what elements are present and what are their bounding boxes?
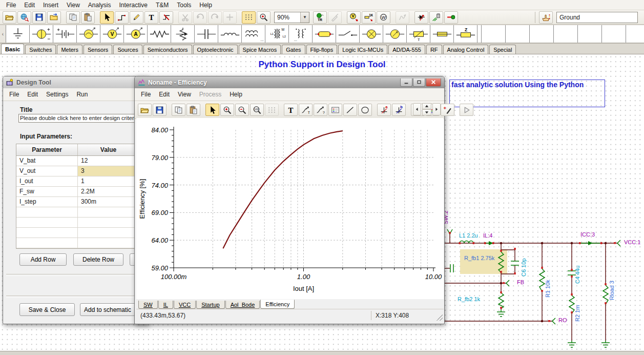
param-cell[interactable] — [16, 228, 78, 238]
param-cell[interactable] — [16, 218, 78, 227]
text-tool[interactable] — [144, 11, 158, 24]
component-tab[interactable]: Sources — [113, 45, 142, 54]
plot-grid[interactable] — [265, 104, 279, 116]
plot-titlebar[interactable]: Noname - Efficiency — [135, 76, 444, 88]
value-cell[interactable]: 2.2M — [78, 187, 139, 196]
transformer2-component[interactable] — [289, 25, 313, 43]
inductor-component[interactable] — [218, 25, 242, 43]
menu-item[interactable]: Insert — [39, 1, 63, 10]
chevron-down-icon[interactable]: ▼ — [300, 12, 309, 23]
menu-item[interactable]: Edit — [155, 89, 174, 100]
param-cell[interactable] — [16, 238, 78, 248]
column-header-parameter[interactable]: Parameter — [16, 144, 78, 155]
plot-save[interactable] — [153, 104, 167, 116]
plot-copy[interactable] — [172, 104, 185, 116]
value-cell[interactable]: 3 — [78, 166, 139, 176]
label-il4[interactable]: IL:4 — [483, 232, 492, 239]
resize-grip[interactable] — [437, 314, 443, 321]
dc-voltmeter[interactable] — [347, 11, 361, 24]
ground-combo[interactable]: Ground — [556, 12, 638, 23]
schematic-circuit[interactable] — [438, 198, 644, 355]
value-cell[interactable]: 12 — [78, 156, 139, 166]
plot-paste[interactable] — [186, 104, 200, 116]
undo[interactable] — [193, 11, 207, 24]
search-web[interactable] — [17, 11, 31, 24]
curve-annotate[interactable] — [299, 104, 313, 116]
axis-a[interactable] — [377, 104, 391, 116]
diode-component[interactable] — [313, 25, 336, 43]
wattmeter[interactable] — [377, 11, 390, 24]
potentiometer-component[interactable] — [171, 25, 195, 43]
menu-item[interactable]: File — [5, 89, 23, 100]
plot-tab[interactable]: IL — [158, 301, 173, 309]
value-cell[interactable]: 1 — [78, 176, 139, 186]
relay-component[interactable] — [407, 25, 430, 43]
impedance-component[interactable] — [454, 25, 477, 43]
menu-item[interactable]: Run — [72, 89, 92, 100]
component-tab[interactable]: RF — [426, 45, 442, 54]
value-cell[interactable] — [78, 238, 139, 248]
plot-cursor[interactable] — [205, 104, 219, 116]
pencil-tool[interactable] — [130, 11, 143, 24]
value-cell[interactable]: 300m — [78, 197, 139, 207]
switch-component[interactable] — [336, 25, 360, 43]
snap-tool[interactable] — [223, 11, 237, 24]
canvas-note-box[interactable]: fast analytic solution Using the Python — [449, 80, 605, 107]
plot-open[interactable] — [138, 104, 152, 116]
paste[interactable] — [81, 11, 95, 24]
value-cell[interactable] — [78, 228, 139, 238]
zoom-tool[interactable] — [257, 11, 271, 24]
close-button[interactable] — [426, 78, 441, 87]
design-title-input[interactable]: Please double click here to enter design… — [18, 114, 138, 123]
horizontal-scrollbar[interactable] — [0, 351, 644, 355]
value-cell[interactable] — [78, 207, 139, 217]
plot-play[interactable] — [460, 104, 473, 116]
lamp-component[interactable] — [360, 25, 383, 43]
cut[interactable] — [178, 11, 192, 24]
param-cell[interactable]: F_sw — [16, 187, 78, 196]
voltmeter-component[interactable] — [100, 25, 124, 43]
component-tab[interactable]: Meters — [57, 45, 82, 54]
add-marker[interactable] — [441, 104, 454, 116]
component-tab[interactable]: Optoelectronic — [193, 45, 238, 54]
param-cell[interactable]: I_step — [16, 197, 78, 207]
capacitor-component[interactable] — [195, 25, 218, 43]
plot-zoom-out[interactable] — [235, 104, 249, 116]
fuse-component[interactable] — [430, 25, 454, 43]
probe-tool[interactable] — [328, 11, 342, 24]
design-tool-titlebar[interactable]: Design Tool — [3, 76, 148, 88]
menu-item[interactable]: File — [137, 89, 155, 100]
tr-analysis[interactable] — [313, 11, 327, 24]
plot-tab[interactable]: Aol_Bode — [225, 301, 260, 309]
menu-item[interactable]: Settings — [42, 89, 72, 100]
draw-ellipse[interactable] — [358, 104, 372, 116]
menu-item[interactable]: View — [63, 1, 84, 10]
transformer-component[interactable] — [265, 25, 289, 43]
component-tab[interactable]: Flip-flops — [306, 45, 338, 54]
component-tab[interactable]: Special — [489, 45, 516, 54]
grid-toggle[interactable] — [242, 11, 256, 24]
wire-tool[interactable] — [115, 11, 129, 24]
voltage-source-component[interactable] — [30, 25, 53, 43]
label-r2[interactable]: R2 1m — [574, 305, 580, 322]
save-close-button[interactable]: Save & Close — [19, 303, 75, 316]
transistor-test[interactable] — [429, 11, 443, 24]
param-cell[interactable]: V_out — [16, 166, 78, 176]
menu-item[interactable]: Help — [195, 1, 216, 10]
palette-scroll-left-button[interactable]: ‹ — [0, 25, 6, 43]
label-rload[interactable]: Rload 3 — [609, 281, 615, 300]
component-tab[interactable]: Sensors — [84, 45, 112, 54]
param-cell[interactable]: V_bat — [16, 156, 78, 166]
minimize-button[interactable] — [400, 78, 412, 87]
menu-item[interactable]: Tools — [173, 1, 195, 10]
axis-b[interactable] — [392, 104, 406, 116]
plot-legend[interactable] — [328, 104, 342, 116]
restore-button[interactable] — [413, 78, 425, 87]
label-rfb1[interactable]: R_fb1 2.75k — [464, 255, 494, 261]
resistor-component[interactable] — [148, 25, 171, 43]
component-tab[interactable]: Switches — [25, 45, 56, 54]
label-fb[interactable]: FB — [517, 279, 524, 285]
menu-item[interactable]: T&M — [152, 1, 173, 10]
curve-query[interactable] — [314, 104, 327, 116]
component-tab[interactable]: Basic — [1, 44, 24, 54]
